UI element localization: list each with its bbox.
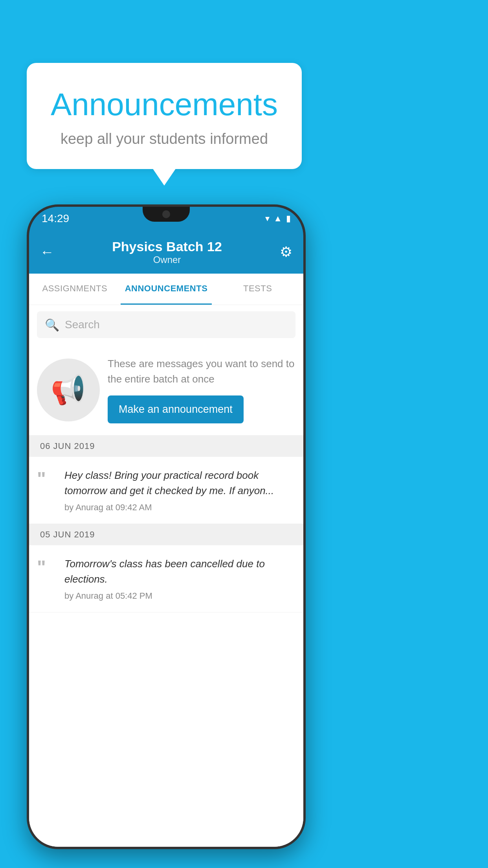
speech-bubble: Announcements keep all your students inf…: [27, 63, 302, 169]
announcement-content-1: Hey class! Bring your practical record b…: [64, 468, 295, 513]
announcement-content-2: Tomorrow's class has been cancelled due …: [64, 556, 295, 601]
announcement-item-1[interactable]: " Hey class! Bring your practical record…: [29, 457, 303, 524]
phone-notch: [143, 207, 190, 222]
search-placeholder: Search: [65, 318, 100, 331]
megaphone-circle: 📢: [37, 359, 100, 421]
announcement-promo: 📢 These are messages you want to send to…: [29, 344, 303, 436]
settings-icon[interactable]: ⚙: [280, 244, 292, 260]
speech-bubble-subtitle: keep all your students informed: [46, 131, 282, 147]
search-bar[interactable]: 🔍 Search: [37, 311, 295, 338]
header-title: Physics Batch 12: [112, 239, 222, 254]
battery-icon: ▮: [286, 213, 291, 224]
announcement-meta-2: by Anurag at 05:42 PM: [64, 591, 295, 601]
announcement-meta-1: by Anurag at 09:42 AM: [64, 502, 295, 513]
status-time: 14:29: [42, 212, 69, 225]
megaphone-icon: 📢: [51, 373, 86, 406]
tab-assignments[interactable]: ASSIGNMENTS: [29, 274, 121, 305]
make-announcement-button[interactable]: Make an announcement: [108, 395, 244, 423]
header-subtitle: Owner: [112, 254, 222, 265]
wifi-icon: ▾: [265, 213, 270, 224]
status-icons: ▾ ▲ ▮: [265, 213, 291, 224]
front-camera: [162, 210, 170, 218]
speech-bubble-title: Announcements: [46, 86, 282, 123]
phone-volume-up-button: [27, 325, 29, 356]
back-button[interactable]: ←: [40, 244, 54, 260]
header-title-group: Physics Batch 12 Owner: [112, 239, 222, 265]
search-icon: 🔍: [45, 318, 59, 332]
status-bar: 14:29 ▾ ▲ ▮: [29, 207, 303, 230]
promo-right: These are messages you want to send to t…: [108, 356, 295, 423]
app-header: ← Physics Batch 12 Owner ⚙: [29, 230, 303, 274]
promo-text: These are messages you want to send to t…: [108, 356, 295, 387]
quote-icon-1: ": [37, 469, 57, 488]
quote-icon-2: ": [37, 558, 57, 577]
search-container: 🔍 Search: [29, 305, 303, 344]
phone-volume-down-button: [27, 372, 29, 403]
announcement-item-2[interactable]: " Tomorrow's class has been cancelled du…: [29, 545, 303, 612]
tabs-container: ASSIGNMENTS ANNOUNCEMENTS TESTS: [29, 274, 303, 305]
phone-content: ASSIGNMENTS ANNOUNCEMENTS TESTS 🔍 Search: [29, 274, 303, 847]
phone-frame: 14:29 ▾ ▲ ▮ ← Physics Batch 12 Owner ⚙ A…: [27, 204, 306, 849]
content-area: 🔍 Search 📢 These are messages you want t…: [29, 305, 303, 847]
tab-announcements[interactable]: ANNOUNCEMENTS: [121, 274, 212, 305]
speech-bubble-container: Announcements keep all your students inf…: [27, 63, 302, 169]
date-separator-2: 05 JUN 2019: [29, 524, 303, 545]
signal-icon: ▲: [273, 213, 282, 224]
tab-tests[interactable]: TESTS: [212, 274, 303, 305]
phone-power-button: [303, 348, 306, 399]
announcement-text-1: Hey class! Bring your practical record b…: [64, 468, 295, 498]
announcement-text-2: Tomorrow's class has been cancelled due …: [64, 556, 295, 587]
date-separator-1: 06 JUN 2019: [29, 436, 303, 457]
